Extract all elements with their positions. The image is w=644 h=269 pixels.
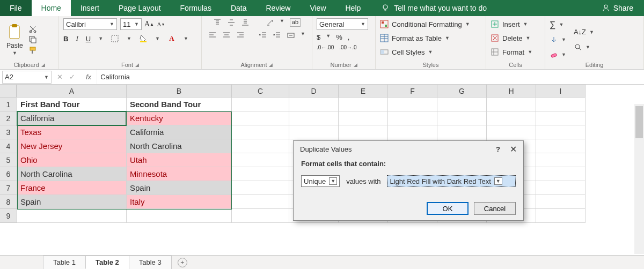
- cell[interactable]: [536, 139, 586, 153]
- insert-cells-button[interactable]: Insert▼: [491, 18, 528, 30]
- font-color-icon[interactable]: A: [167, 34, 176, 43]
- column-header[interactable]: G: [437, 85, 487, 98]
- dialog-format-select[interactable]: Light Red Fill with Dark Red Text▼: [387, 175, 516, 187]
- column-header[interactable]: D: [289, 85, 339, 98]
- delete-cells-button[interactable]: Delete▼: [491, 32, 531, 44]
- cell[interactable]: [388, 125, 437, 139]
- column-header[interactable]: I: [536, 85, 586, 98]
- percent-format-icon[interactable]: %: [336, 33, 342, 41]
- cell[interactable]: Spain: [127, 181, 232, 195]
- name-box[interactable]: A2▼: [2, 71, 52, 84]
- accounting-format-icon[interactable]: $: [317, 33, 320, 41]
- find-select-button[interactable]: ▼: [574, 41, 594, 53]
- format-painter-icon[interactable]: [28, 46, 37, 55]
- cell[interactable]: North Carolina: [17, 167, 127, 181]
- cell[interactable]: [437, 111, 487, 125]
- cell[interactable]: [487, 111, 536, 125]
- cell[interactable]: [388, 98, 437, 111]
- tab-view[interactable]: View: [300, 0, 335, 16]
- cell[interactable]: [232, 98, 289, 111]
- tab-review[interactable]: Review: [257, 0, 301, 16]
- font-size-select[interactable]: 11▼: [120, 18, 142, 30]
- dialog-launcher-icon[interactable]: ◢: [135, 62, 139, 68]
- cell[interactable]: [487, 98, 536, 111]
- cut-icon[interactable]: [28, 25, 37, 33]
- cell[interactable]: [536, 181, 586, 195]
- dialog-launcher-icon[interactable]: ◢: [354, 62, 357, 68]
- row-header[interactable]: 9: [0, 209, 17, 223]
- align-center-icon[interactable]: [222, 31, 231, 40]
- copy-icon[interactable]: [28, 35, 37, 44]
- row-header[interactable]: 4: [0, 139, 17, 153]
- row-header[interactable]: 1: [0, 98, 17, 111]
- cell[interactable]: [437, 98, 487, 111]
- enter-formula-icon[interactable]: ✓: [69, 73, 75, 81]
- row-header[interactable]: 5: [0, 153, 17, 167]
- cell[interactable]: [536, 167, 586, 181]
- column-header[interactable]: A: [17, 85, 127, 98]
- cell[interactable]: California: [17, 111, 127, 125]
- cell[interactable]: [339, 125, 388, 139]
- paste-button[interactable]: Paste ▼: [4, 23, 25, 57]
- tab-home[interactable]: Home: [32, 0, 71, 16]
- comma-format-icon[interactable]: ,: [348, 33, 350, 41]
- cell[interactable]: [232, 195, 289, 209]
- orientation-icon[interactable]: [266, 18, 274, 27]
- fill-color-icon[interactable]: [139, 34, 148, 43]
- dialog-ok-button[interactable]: OK: [427, 202, 469, 215]
- cell[interactable]: [127, 209, 232, 223]
- tab-file[interactable]: File: [0, 0, 32, 16]
- merge-icon[interactable]: [287, 31, 295, 40]
- bold-button[interactable]: B: [63, 35, 68, 43]
- column-header[interactable]: E: [339, 85, 388, 98]
- font-name-select[interactable]: Calibri▼: [63, 18, 117, 30]
- decrease-indent-icon[interactable]: [259, 31, 267, 40]
- cell[interactable]: [289, 125, 339, 139]
- cell[interactable]: France: [17, 181, 127, 195]
- cell[interactable]: Utah: [127, 153, 232, 167]
- borders-icon[interactable]: [111, 34, 119, 43]
- format-cells-button[interactable]: Format▼: [491, 46, 532, 58]
- decrease-decimal-icon[interactable]: .00→.0: [339, 44, 356, 50]
- cell[interactable]: [17, 209, 127, 223]
- underline-button[interactable]: U: [86, 35, 91, 43]
- dialog-rule-select[interactable]: Unique▼: [301, 175, 340, 187]
- sort-filter-button[interactable]: A↓Z▼: [574, 26, 594, 38]
- select-all-corner[interactable]: [0, 85, 17, 98]
- cell[interactable]: [289, 111, 339, 125]
- cell[interactable]: [437, 125, 487, 139]
- cell[interactable]: [232, 111, 289, 125]
- cell[interactable]: Italy: [127, 195, 232, 209]
- align-bottom-icon[interactable]: [241, 18, 250, 27]
- vertical-scroll-thumb[interactable]: [635, 106, 643, 138]
- tell-me[interactable]: Tell me what you want to do: [370, 4, 487, 12]
- cell[interactable]: [232, 153, 289, 167]
- cell[interactable]: [388, 111, 437, 125]
- cell[interactable]: [232, 139, 289, 153]
- cell[interactable]: [232, 209, 289, 223]
- cell[interactable]: Spain: [17, 195, 127, 209]
- row-header[interactable]: 3: [0, 125, 17, 139]
- column-header[interactable]: C: [232, 85, 289, 98]
- cell[interactable]: Ohio: [17, 153, 127, 167]
- dialog-launcher-icon[interactable]: ◢: [269, 62, 273, 68]
- row-header[interactable]: 2: [0, 111, 17, 125]
- cell[interactable]: California: [127, 125, 232, 139]
- cell[interactable]: [289, 98, 339, 111]
- dialog-launcher-icon[interactable]: ◢: [41, 62, 45, 68]
- cell[interactable]: [232, 125, 289, 139]
- decrease-font-icon[interactable]: A▼: [157, 20, 165, 28]
- tab-help[interactable]: Help: [336, 0, 371, 16]
- sheet-tab[interactable]: Table 3: [129, 256, 172, 269]
- cell[interactable]: North Carolina: [127, 139, 232, 153]
- column-header[interactable]: F: [388, 85, 437, 98]
- conditional-formatting-button[interactable]: Conditional Formatting▼: [380, 18, 470, 30]
- tab-insert[interactable]: Insert: [71, 0, 109, 16]
- cell[interactable]: [536, 125, 586, 139]
- increase-indent-icon[interactable]: [273, 31, 281, 40]
- row-header[interactable]: 6: [0, 167, 17, 181]
- cell[interactable]: [536, 98, 586, 111]
- share-button[interactable]: Share: [602, 4, 644, 12]
- autosum-button[interactable]: ∑▼: [550, 19, 566, 31]
- format-as-table-button[interactable]: Format as Table▼: [380, 32, 450, 44]
